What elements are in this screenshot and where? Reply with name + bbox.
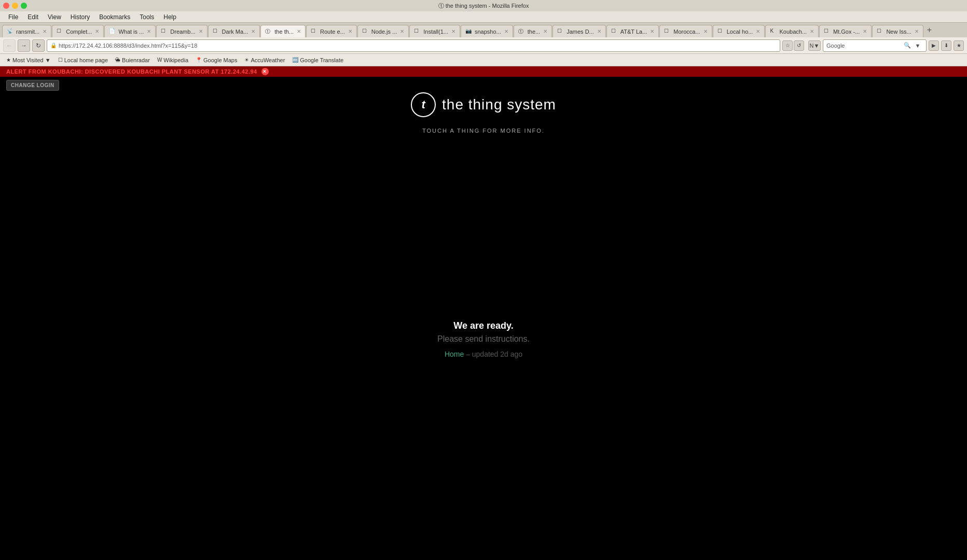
search-go[interactable]: ▶ bbox=[929, 40, 939, 51]
bookmark-item-1[interactable]: ☐ Local home page bbox=[55, 56, 111, 64]
tab-close-7[interactable]: ✕ bbox=[400, 29, 404, 34]
menu-edit[interactable]: Edit bbox=[23, 12, 43, 22]
bookmark-item-4[interactable]: 📍 Google Maps bbox=[192, 56, 240, 64]
app-content: t the thing system TOUCH A THING FOR MOR… bbox=[328, 92, 639, 358]
menu-tools[interactable]: Tools bbox=[135, 12, 158, 22]
tab-4[interactable]: ☐ Dark Ma... ✕ bbox=[208, 25, 260, 37]
bookmark-item-3[interactable]: W Wikipedia bbox=[154, 56, 191, 64]
bookmark-item-6[interactable]: 🔤 Google Translate bbox=[289, 56, 347, 64]
bookmark-icon-0: ★ bbox=[6, 57, 11, 63]
tab-favicon-15: K bbox=[770, 28, 777, 35]
bookmark-label-5: AccuWeather bbox=[251, 57, 285, 63]
menu-file[interactable]: File bbox=[4, 12, 22, 22]
minimize-button[interactable] bbox=[12, 3, 18, 9]
bookmarks-bar: ★ Most Visited ▼☐ Local home page🌦 Buien… bbox=[0, 54, 967, 66]
back-button[interactable]: ← bbox=[3, 39, 16, 52]
download-icon[interactable]: ⬇ bbox=[941, 40, 951, 51]
reload-button[interactable]: ↻ bbox=[32, 39, 45, 52]
tab-9[interactable]: 📷 snapsho... ✕ bbox=[461, 25, 513, 37]
app-logo: t the thing system bbox=[328, 92, 639, 117]
tab-close-0[interactable]: ✕ bbox=[43, 29, 47, 34]
search-bar[interactable]: Google 🔍 ▼ bbox=[823, 39, 927, 52]
tab-close-10[interactable]: ✕ bbox=[543, 29, 547, 34]
bookmark-label-6: Google Translate bbox=[300, 57, 343, 63]
tab-close-12[interactable]: ✕ bbox=[650, 29, 654, 34]
bookmark-label-0: Most Visited ▼ bbox=[12, 57, 51, 63]
address-bar[interactable]: 🔒 https://172.24.42.106:8888/d3/index.ht… bbox=[47, 39, 780, 52]
change-login-button[interactable]: CHANGE LOGIN bbox=[6, 80, 59, 91]
tab-close-9[interactable]: ✕ bbox=[504, 29, 508, 34]
tab-favicon-9: 📷 bbox=[465, 28, 473, 35]
tab-label-3: Dreamb... bbox=[170, 29, 195, 35]
bookmark-item-0[interactable]: ★ Most Visited ▼ bbox=[3, 56, 54, 64]
tab-1[interactable]: ☐ Complet... ✕ bbox=[52, 25, 104, 37]
tab-8[interactable]: ☐ Install(1... ✕ bbox=[409, 25, 460, 37]
tab-close-3[interactable]: ✕ bbox=[199, 29, 203, 34]
tab-close-1[interactable]: ✕ bbox=[95, 29, 99, 34]
tab-close-16[interactable]: ✕ bbox=[863, 29, 867, 34]
search-button[interactable]: 🔍 bbox=[902, 40, 913, 51]
tab-10[interactable]: ⓣ the... ✕ bbox=[514, 25, 552, 37]
app-subtitle: TOUCH A THING FOR MORE INFO. bbox=[328, 128, 639, 134]
ready-title: We are ready. bbox=[328, 320, 639, 331]
home-updated: – updated 2d ago bbox=[466, 350, 522, 358]
menu-view[interactable]: View bbox=[44, 12, 65, 22]
tab-label-0: ransmit... bbox=[16, 29, 39, 35]
tab-6[interactable]: ☐ Route e... ✕ bbox=[306, 25, 357, 37]
tab-label-17: New Iss... bbox=[886, 29, 911, 35]
tab-close-15[interactable]: ✕ bbox=[810, 29, 814, 34]
tab-close-11[interactable]: ✕ bbox=[597, 29, 601, 34]
url-text: https://172.24.42.106:8888/d3/index.html… bbox=[59, 43, 197, 49]
tab-close-14[interactable]: ✕ bbox=[756, 29, 760, 34]
menu-help[interactable]: Help bbox=[159, 12, 181, 22]
alert-close-button[interactable]: ✕ bbox=[261, 68, 269, 75]
tab-close-13[interactable]: ✕ bbox=[703, 29, 708, 34]
bookmark-star[interactable]: ☆ bbox=[782, 40, 793, 51]
close-button[interactable] bbox=[3, 3, 9, 9]
new-tab-button[interactable]: + bbox=[924, 25, 935, 35]
bookmark-icon-1: ☐ bbox=[58, 57, 63, 63]
tab-7[interactable]: ☐ Node.js ... ✕ bbox=[357, 25, 409, 37]
menu-history[interactable]: History bbox=[66, 12, 94, 22]
tab-close-4[interactable]: ✕ bbox=[251, 29, 255, 34]
tab-favicon-17: ☐ bbox=[877, 28, 884, 35]
tab-close-6[interactable]: ✕ bbox=[348, 29, 352, 34]
home-link-container: Home – updated 2d ago bbox=[328, 350, 639, 358]
tab-13[interactable]: ☐ Morocca... ✕ bbox=[659, 25, 712, 37]
tab-15[interactable]: K Koubach... ✕ bbox=[765, 25, 819, 37]
tab-close-17[interactable]: ✕ bbox=[915, 29, 919, 34]
tab-label-8: Install(1... bbox=[423, 29, 448, 35]
menu-bookmarks[interactable]: Bookmarks bbox=[95, 12, 134, 22]
tab-close-8[interactable]: ✕ bbox=[451, 29, 455, 34]
forward-button[interactable]: → bbox=[18, 39, 30, 52]
tab-16[interactable]: ☐ Mt.Gox -... ✕ bbox=[819, 25, 872, 37]
tab-favicon-0: 📡 bbox=[7, 28, 14, 35]
search-down-arrow[interactable]: ▼ bbox=[913, 40, 923, 51]
reload-small[interactable]: ↺ bbox=[794, 40, 804, 51]
tab-5[interactable]: ⓣ the th... ✕ bbox=[260, 25, 306, 37]
ready-subtitle: Please send instructions. bbox=[328, 334, 639, 344]
tab-close-2[interactable]: ✕ bbox=[147, 29, 151, 34]
tab-17[interactable]: ☐ New Iss... ✕ bbox=[872, 25, 923, 37]
tab-0[interactable]: 📡 ransmit... ✕ bbox=[2, 25, 51, 37]
bookmark-item-5[interactable]: ☀ AccuWeather bbox=[241, 56, 288, 64]
tab-14[interactable]: ☐ Local ho... ✕ bbox=[713, 25, 765, 37]
maximize-button[interactable] bbox=[21, 3, 27, 9]
n-icon[interactable]: N▼ bbox=[808, 40, 821, 51]
window-controls[interactable] bbox=[3, 3, 27, 9]
logo-circle: t bbox=[411, 92, 436, 117]
bookmark-icon-6: 🔤 bbox=[292, 57, 298, 63]
tab-favicon-3: ☐ bbox=[161, 28, 168, 35]
search-engine-label: Google bbox=[826, 43, 902, 49]
tab-bar: 📡 ransmit... ✕☐ Complet... ✕📄 What is ..… bbox=[0, 23, 967, 37]
addon-icon[interactable]: ★ bbox=[954, 40, 964, 51]
tab-12[interactable]: ☐ AT&T La... ✕ bbox=[606, 25, 659, 37]
tab-close-5[interactable]: ✕ bbox=[297, 29, 301, 34]
tab-label-12: AT&T La... bbox=[620, 29, 647, 35]
home-link[interactable]: Home bbox=[445, 350, 464, 358]
bookmark-item-2[interactable]: 🌦 Buienradar bbox=[112, 56, 153, 64]
tab-label-10: the... bbox=[528, 29, 540, 35]
tab-11[interactable]: ☐ James D... ✕ bbox=[552, 25, 606, 37]
tab-3[interactable]: ☐ Dreamb... ✕ bbox=[156, 25, 207, 37]
tab-2[interactable]: 📄 What is ... ✕ bbox=[104, 25, 156, 37]
